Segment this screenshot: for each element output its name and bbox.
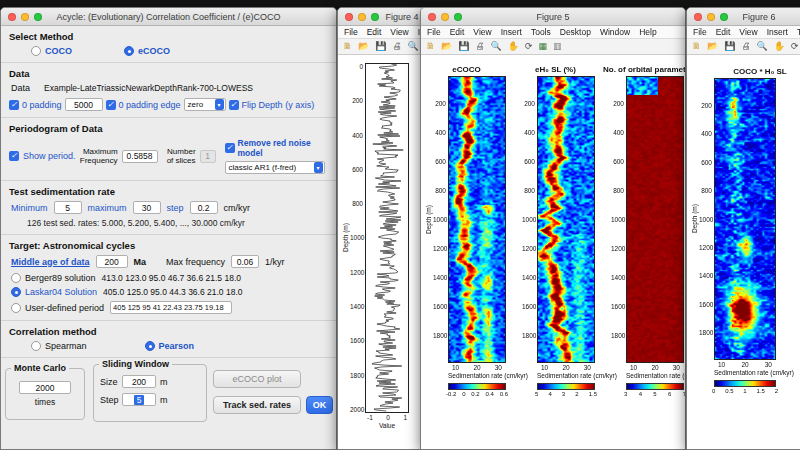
menu-item[interactable]: Insert <box>767 27 788 37</box>
red-noise-model-dropdown[interactable]: classic AR1 (f-fred)▾ <box>225 161 325 174</box>
red-noise-column: ✓Remove red noise model classic AR1 (f-f… <box>225 138 328 174</box>
close-button[interactable] <box>694 13 702 21</box>
y-tick: 1600 <box>699 301 712 308</box>
new-file-icon[interactable]: 🗎 <box>343 42 352 51</box>
eh0-heatmap-canvas <box>538 77 594 362</box>
step-input[interactable]: 5 <box>122 393 156 406</box>
zoom-in-icon[interactable]: 🔍 <box>407 42 418 51</box>
pearson-radio[interactable]: Pearson <box>145 341 195 351</box>
data-file-row: Data Example-LateTriassicNewarkDepthRank… <box>9 83 328 93</box>
spearman-radio[interactable]: Spearman <box>31 341 87 351</box>
y-tick: 1000 <box>611 216 624 223</box>
colorbar-icon[interactable]: ▥ <box>553 42 562 51</box>
zoom-in-icon[interactable]: 🔍 <box>756 42 767 51</box>
remove-red-noise-checkbox[interactable]: ✓Remove red noise model <box>225 138 328 158</box>
menu-item[interactable]: Edit <box>450 27 465 37</box>
menu-item[interactable]: Insert <box>501 27 522 37</box>
subplot-coco-h0-sl: COCO * H₀ SL Depth (m) 20040060080010001… <box>691 67 800 394</box>
minimize-button[interactable] <box>441 13 449 21</box>
minimize-button[interactable] <box>21 13 29 21</box>
menu-item[interactable]: Tools <box>531 27 551 37</box>
ecoco-radio[interactable]: eCOCO <box>124 46 170 56</box>
select-method-header: Select Method <box>9 31 328 42</box>
data-label: Data <box>11 83 30 93</box>
y-tick: 800 <box>522 187 535 194</box>
rotate-icon[interactable]: ⟳ <box>791 42 799 51</box>
subplot-title: eH₀ SL (%) <box>514 65 597 74</box>
target-max-frequency-input[interactable]: 0.06 <box>231 255 259 268</box>
save-icon[interactable]: 💾 <box>375 42 386 51</box>
middle-age-input[interactable]: 200 <box>96 255 128 268</box>
menu-item[interactable]: View <box>739 27 757 37</box>
minimize-button[interactable] <box>358 13 366 21</box>
zoom-button[interactable] <box>720 13 728 21</box>
menu-item[interactable]: Edit <box>716 27 731 37</box>
print-icon[interactable]: 🖨 <box>475 42 484 51</box>
zoom-in-icon[interactable]: 🔍 <box>490 42 501 51</box>
save-icon[interactable]: 💾 <box>724 42 735 51</box>
size-input[interactable]: 200 <box>122 375 156 388</box>
y-tick: 400 <box>350 132 363 139</box>
zoom-button[interactable] <box>371 13 379 21</box>
x-tick: 10 <box>630 364 637 371</box>
y-axis-label: Depth (m) <box>425 76 433 363</box>
max-frequency-input[interactable]: 0.5858 <box>122 150 158 163</box>
colorbar-ticks: 54321.5 <box>535 391 597 397</box>
menu-item[interactable]: Help <box>639 27 656 37</box>
maximum-input[interactable]: 30 <box>133 201 161 214</box>
subplot-title: No. of orbital parameters <box>603 65 685 74</box>
test-sed-rate-section: Test sedimentation rate Minimum 5 maximu… <box>1 181 336 235</box>
menu-item[interactable]: View <box>473 27 491 37</box>
step-input[interactable]: 0.2 <box>190 201 218 214</box>
menu-item[interactable]: Desktop <box>560 27 591 37</box>
plot-column: -101 Value <box>365 63 409 429</box>
zoom-button[interactable] <box>454 13 462 21</box>
close-button[interactable] <box>8 13 16 21</box>
padding-edge-checkbox[interactable]: ✓ <box>106 100 116 110</box>
open-file-icon[interactable]: 📂 <box>358 42 369 51</box>
user-period-input[interactable]: 405 125 95 41 22.43 23.75 19.18 <box>110 301 232 314</box>
menu-item[interactable]: View <box>390 27 408 37</box>
track-sed-rates-button[interactable]: Track sed. rates <box>213 396 301 414</box>
window-controls <box>345 13 379 21</box>
menu-item[interactable]: File <box>344 27 358 37</box>
pan-icon[interactable]: ✋ <box>774 42 785 51</box>
open-file-icon[interactable]: 📂 <box>441 42 452 51</box>
pan-icon[interactable]: ✋ <box>508 42 519 51</box>
user-period-radio[interactable]: User-defined period <box>11 303 104 313</box>
new-file-icon[interactable]: 🗎 <box>692 42 701 51</box>
flip-depth-checkbox[interactable]: ✓ <box>229 100 239 110</box>
data-header: Data <box>9 68 328 79</box>
x-axis-label: Sedimentation rate (cm/kyr) <box>714 369 776 376</box>
ecoco-plot-button[interactable]: eCOCO plot <box>213 370 301 388</box>
laskar-radio[interactable]: Laskar04 Solution <box>11 287 97 297</box>
berger-radio[interactable]: Berger89 solution <box>11 273 96 283</box>
zero-padding-checkbox[interactable]: ✓ <box>9 100 19 110</box>
menu-item[interactable]: File <box>693 27 707 37</box>
rotate-icon[interactable]: ⟳ <box>525 42 533 51</box>
zoom-button[interactable] <box>34 13 42 21</box>
heatmap-box <box>714 78 776 360</box>
menu-item[interactable]: File <box>427 27 441 37</box>
print-icon[interactable]: 🖨 <box>741 42 750 51</box>
zero-padding-input[interactable]: 5000 <box>65 98 103 111</box>
padding-edge-dropdown[interactable]: zero▾ <box>184 98 226 111</box>
number-of-slices-input[interactable]: 1 <box>200 150 216 163</box>
monte-carlo-input[interactable]: 2000 <box>19 381 71 394</box>
minimize-button[interactable] <box>707 13 715 21</box>
menu-item[interactable]: Edit <box>367 27 382 37</box>
new-file-icon[interactable]: 🗎 <box>426 42 435 51</box>
data-cursor-icon[interactable]: ▦ <box>538 42 547 51</box>
close-button[interactable] <box>345 13 353 21</box>
show-period-checkbox[interactable]: ✓ <box>9 151 19 161</box>
coco-radio[interactable]: COCO <box>31 46 72 56</box>
minimum-input[interactable]: 5 <box>54 201 82 214</box>
menu-item[interactable]: Window <box>600 27 630 37</box>
open-file-icon[interactable]: 📂 <box>707 42 718 51</box>
save-icon[interactable]: 💾 <box>458 42 469 51</box>
ok-button[interactable]: OK <box>306 396 333 414</box>
close-button[interactable] <box>428 13 436 21</box>
y-tick: 1800 <box>522 332 535 339</box>
print-icon[interactable]: 🖨 <box>392 42 401 51</box>
colorbar-tick: 4 <box>639 391 642 397</box>
